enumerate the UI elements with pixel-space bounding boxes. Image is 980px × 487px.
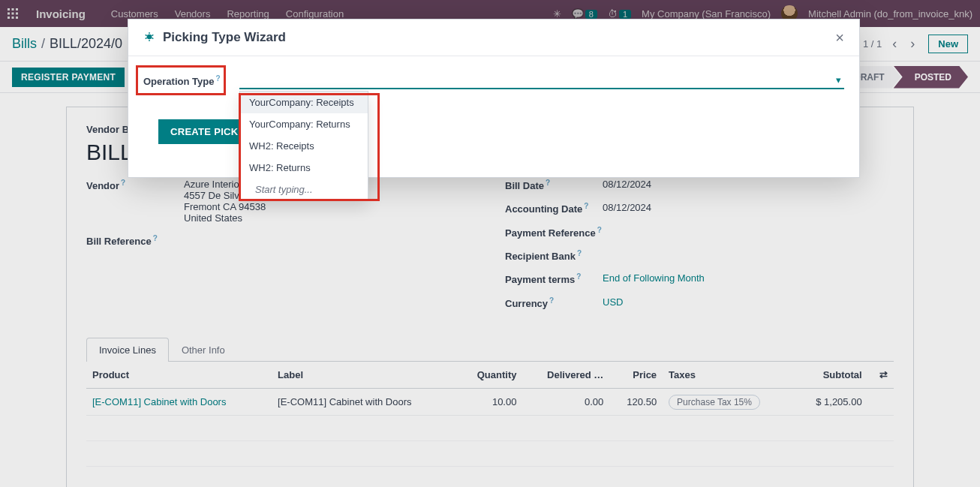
messaging-icon[interactable]: 💬8 <box>572 8 597 20</box>
th-label[interactable]: Label <box>272 362 457 389</box>
th-taxes[interactable]: Taxes <box>663 362 794 389</box>
picking-type-wizard-dialog: Picking Type Wizard × Operation Type? ▾ … <box>128 19 860 178</box>
app-name[interactable]: Invoicing <box>36 8 86 20</box>
label-billref: Bill Reference? <box>86 234 184 247</box>
pager-position: 1 / 1 <box>863 38 882 50</box>
cell-delivered[interactable]: 0.00 <box>522 388 609 415</box>
close-icon[interactable]: × <box>835 30 844 45</box>
topmenu-customers[interactable]: Customers <box>111 8 158 20</box>
apps-icon[interactable] <box>8 8 18 19</box>
svg-rect-3 <box>8 13 10 15</box>
label-terms: Payment terms? <box>505 272 603 285</box>
value-acctdate[interactable]: 08/12/2024 <box>603 202 651 213</box>
topmenu-vendors[interactable]: Vendors <box>175 8 211 20</box>
company-switcher[interactable]: My Company (San Francisco) <box>642 8 771 20</box>
svg-rect-5 <box>16 13 18 15</box>
messaging-badge: 8 <box>585 10 597 19</box>
activities-badge: 1 <box>619 10 631 19</box>
operation-type-input[interactable]: ▾ <box>239 71 844 89</box>
label-operation-type: Operation Type? <box>143 71 226 87</box>
chevron-down-icon[interactable]: ▾ <box>836 74 841 86</box>
tab-other-info[interactable]: Other Info <box>169 338 238 362</box>
cell-subtotal: $ 1,205.00 <box>794 388 867 415</box>
label-billdate: Bill Date? <box>505 179 603 191</box>
value-terms[interactable]: End of Following Month <box>603 272 705 284</box>
breadcrumb: Bills / BILL/2024/0 <box>12 36 122 52</box>
value-billdate[interactable]: 08/12/2024 <box>603 179 651 190</box>
svg-rect-7 <box>12 17 14 19</box>
cell-label[interactable]: [E-COM11] Cabinet with Doors <box>272 388 457 415</box>
th-qty[interactable]: Quantity <box>457 362 522 389</box>
register-payment-button[interactable]: REGISTER PAYMENT <box>12 68 125 87</box>
th-subtotal[interactable]: Subtotal <box>794 362 867 389</box>
label-payref: Payment Reference? <box>505 226 603 239</box>
breadcrumb-root[interactable]: Bills <box>12 36 37 52</box>
svg-rect-6 <box>8 17 10 19</box>
svg-point-9 <box>147 34 152 39</box>
vendor-addr3: United States <box>184 212 266 224</box>
th-delivered[interactable]: Delivered … <box>522 362 609 389</box>
vendor-addr2: Fremont CA 94538 <box>184 201 266 212</box>
svg-rect-4 <box>12 13 14 15</box>
status-posted[interactable]: POSTED <box>894 66 968 89</box>
dropdown-option[interactable]: YourCompany: Returns <box>240 113 368 135</box>
columns-settings-icon[interactable]: ⇄ <box>868 362 894 389</box>
dropdown-option[interactable]: YourCompany: Receipts <box>240 92 368 113</box>
user-menu[interactable]: Mitchell Admin (do_from_invoice_knk) <box>808 8 972 20</box>
debug-icon[interactable]: ✳ <box>553 8 561 20</box>
dropdown-hint: Start typing... <box>240 179 368 200</box>
cell-product[interactable]: [E-COM11] Cabinet with Doors <box>86 388 272 415</box>
svg-rect-1 <box>12 8 14 11</box>
svg-rect-0 <box>8 8 10 11</box>
topmenu-reporting[interactable]: Reporting <box>227 8 269 20</box>
pager-prev[interactable]: ‹ <box>889 36 900 52</box>
dropdown-option[interactable]: WH2: Returns <box>240 157 368 179</box>
cell-qty[interactable]: 10.00 <box>457 388 522 415</box>
svg-rect-8 <box>16 17 18 19</box>
label-vendor: Vendor? <box>86 179 184 191</box>
label-bank: Recipient Bank? <box>505 249 603 262</box>
tab-invoice-lines[interactable]: Invoice Lines <box>86 338 169 362</box>
label-currency: Currency? <box>505 296 603 309</box>
new-button[interactable]: New <box>928 35 968 53</box>
dropdown-option[interactable]: WH2: Receipts <box>240 135 368 157</box>
activities-icon[interactable]: ⏱1 <box>608 8 631 20</box>
operation-type-dropdown: YourCompany: Receipts YourCompany: Retur… <box>239 91 368 201</box>
value-currency[interactable]: USD <box>603 296 623 308</box>
label-acctdate: Accounting Date? <box>505 202 603 215</box>
breadcrumb-current: BILL/2024/0 <box>50 36 122 52</box>
pager-next[interactable]: › <box>907 36 918 52</box>
table-row[interactable]: [E-COM11] Cabinet with Doors [E-COM11] C… <box>86 388 894 415</box>
cell-price[interactable]: 120.50 <box>609 388 663 415</box>
cell-tax[interactable]: Purchase Tax 15% <box>663 388 794 415</box>
topmenu-config[interactable]: Configuration <box>286 8 344 20</box>
th-price[interactable]: Price <box>609 362 663 389</box>
svg-rect-2 <box>16 8 18 11</box>
th-product[interactable]: Product <box>86 362 272 389</box>
bug-icon[interactable] <box>143 31 155 45</box>
modal-title: Picking Type Wizard <box>163 30 286 45</box>
